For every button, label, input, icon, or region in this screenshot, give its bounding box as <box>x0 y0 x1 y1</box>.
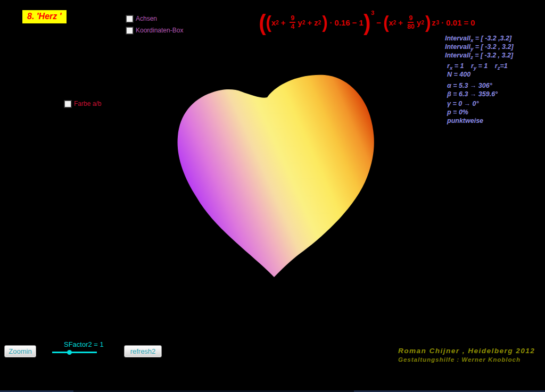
checkbox-koordinaten-box-box[interactable] <box>126 27 133 34</box>
refresh2-button[interactable]: refresh2 <box>124 345 162 357</box>
formula-operator: · <box>441 18 444 27</box>
param-value: = [ -3.2 ,3.2] <box>475 35 511 42</box>
parameter-panel: Intervallx = [ -3.2 ,3.2] Intervally = [… <box>445 34 545 125</box>
formula-exponent: 2 <box>276 20 279 26</box>
formula-operator: − <box>376 18 381 27</box>
formula-token: z <box>314 18 318 27</box>
param-label: Intervall <box>445 35 470 42</box>
param-value: = [ -3.2 , 3.2] <box>475 43 514 51</box>
checkbox-farbe-ab-label: Farbe a/b <box>74 100 101 107</box>
formula-token: 0.01 <box>446 18 461 27</box>
formula-paren: ) <box>425 14 431 30</box>
fraction-denominator: 80 <box>407 23 415 30</box>
formula-paren: ) <box>322 14 327 30</box>
surface-equation: ( ( x2 + 9 4 y2 + z2 ) · 0.16 − 1 ) 3 − … <box>259 11 475 34</box>
fraction-denominator: 4 <box>291 23 294 30</box>
param-label: Intervall <box>445 43 470 51</box>
formula-operator: − <box>352 18 357 27</box>
formula-operator: = <box>464 18 468 27</box>
formula-paren: ( <box>383 14 389 30</box>
heart-shape <box>178 75 374 277</box>
formula-token: z <box>432 18 436 27</box>
zoomin-button[interactable]: Zoomin <box>4 345 36 357</box>
sfactor2-slider[interactable]: SFactor2 = 1 <box>52 340 105 353</box>
formula-exponent: 2 <box>302 20 305 26</box>
credits-design-help: Gestaltungshilfe : Werner Knobloch <box>398 356 535 363</box>
formula-exponent: 2 <box>318 20 321 26</box>
formula-token: y <box>298 18 302 27</box>
param-p: p = 0% <box>445 108 545 116</box>
fraction-numerator: 9 <box>408 15 414 23</box>
formula-token: 1 <box>359 18 363 27</box>
formula-token: y <box>417 18 421 27</box>
formula-fraction: 9 4 <box>290 15 295 30</box>
page-title: 8. 'Herz ' <box>22 10 67 23</box>
radius-z: rz=1 <box>495 62 508 70</box>
formula-token: x <box>389 18 393 27</box>
param-beta: β = 6.3 → 359.6° <box>445 90 545 98</box>
fraction-numerator: 9 <box>290 15 295 23</box>
formula-fraction: 9 80 <box>407 15 415 30</box>
param-value: = [ -3.2 , 3.2] <box>475 52 513 59</box>
formula-exponent: 2 <box>393 20 397 26</box>
sfactor2-slider-thumb[interactable] <box>67 350 72 355</box>
heart-surface-plot[interactable] <box>173 70 378 282</box>
formula-operator: + <box>307 18 312 27</box>
interval-z: Intervallz = [ -3.2 , 3.2] <box>445 51 545 60</box>
credits: Roman Chijner , Heidelberg 2012 Gestaltu… <box>398 347 535 363</box>
param-gamma: γ = 0 → 0° <box>445 99 545 108</box>
interval-x: Intervallx = [ -3.2 ,3.2] <box>445 34 545 43</box>
param-alpha: α = 5.3 → 306° <box>445 81 545 90</box>
formula-paren: ( <box>266 14 271 30</box>
radius-values: rx = 1 ry = 1 rz=1 <box>445 62 545 70</box>
checkbox-koordinaten-box-label: Koordinaten-Box <box>136 27 183 34</box>
param-punktweise: punktweise <box>445 116 545 125</box>
param-label: Intervall <box>445 52 470 59</box>
param-subscript: y <box>474 65 476 71</box>
formula-exponent: 3 <box>371 10 374 16</box>
formula-exponent: 2 <box>421 20 424 26</box>
interval-y: Intervally = [ -3.2 , 3.2] <box>445 43 545 51</box>
checkbox-farbe-ab[interactable]: Farbe a/b <box>64 100 101 107</box>
formula-exponent: 3 <box>436 20 440 26</box>
credits-author: Roman Chijner , Heidelberg 2012 <box>398 347 535 355</box>
param-value: =1 <box>500 62 507 70</box>
formula-operator: + <box>281 18 286 27</box>
formula-token: 0.16 <box>334 18 350 27</box>
formula-token: 0 <box>470 18 475 27</box>
param-value: = 1 <box>455 62 464 70</box>
radius-y: ry = 1 <box>471 62 488 70</box>
sfactor2-slider-label: SFactor2 = 1 <box>64 340 105 348</box>
formula-token: x <box>271 18 276 27</box>
param-subscript: z <box>470 54 473 60</box>
checkbox-achsen-box[interactable] <box>126 15 133 22</box>
sfactor2-slider-track[interactable] <box>52 352 97 353</box>
checkbox-farbe-ab-box[interactable] <box>64 101 71 107</box>
checkbox-koordinaten-box[interactable]: Koordinaten-Box <box>126 27 183 34</box>
formula-operator: + <box>398 18 403 27</box>
formula-paren: ( <box>259 12 266 32</box>
radius-x: rx = 1 <box>447 62 464 70</box>
checkbox-achsen[interactable]: Achsen <box>126 15 157 22</box>
checkbox-achsen-label: Achsen <box>136 15 157 22</box>
app-canvas: 8. 'Herz ' Achsen Koordinaten-Box Farbe … <box>0 0 545 392</box>
param-n: N = 400 <box>445 70 545 79</box>
formula-operator: · <box>329 18 332 27</box>
param-value: = 1 <box>478 62 488 70</box>
formula-paren: ) <box>364 12 370 32</box>
